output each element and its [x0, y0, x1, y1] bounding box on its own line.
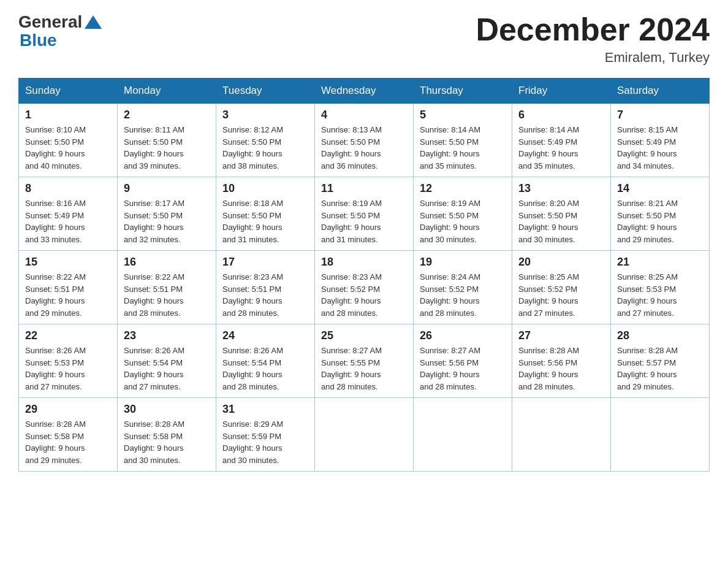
- calendar-cell: 4Sunrise: 8:13 AMSunset: 5:50 PMDaylight…: [315, 104, 414, 177]
- calendar-week-row: 15Sunrise: 8:22 AMSunset: 5:51 PMDayligh…: [19, 251, 710, 324]
- page-title: December 2024: [476, 12, 710, 47]
- calendar-header-thursday: Thursday: [414, 79, 512, 104]
- day-number: 20: [518, 256, 604, 269]
- day-number: 21: [617, 256, 703, 269]
- day-info: Sunrise: 8:27 AMSunset: 5:56 PMDaylight:…: [420, 345, 506, 393]
- day-info: Sunrise: 8:12 AMSunset: 5:50 PMDaylight:…: [222, 124, 308, 172]
- calendar-cell: 6Sunrise: 8:14 AMSunset: 5:49 PMDaylight…: [512, 104, 611, 177]
- calendar-cell: 20Sunrise: 8:25 AMSunset: 5:52 PMDayligh…: [512, 251, 611, 324]
- calendar-cell: [315, 398, 414, 472]
- title-section: December 2024 Emiralem, Turkey: [476, 12, 710, 66]
- day-info: Sunrise: 8:20 AMSunset: 5:50 PMDaylight:…: [518, 197, 604, 245]
- day-info: Sunrise: 8:26 AMSunset: 5:53 PMDaylight:…: [25, 345, 111, 393]
- day-info: Sunrise: 8:14 AMSunset: 5:49 PMDaylight:…: [518, 124, 604, 172]
- day-number: 24: [222, 329, 308, 342]
- day-number: 7: [617, 109, 703, 121]
- calendar-cell: 19Sunrise: 8:24 AMSunset: 5:52 PMDayligh…: [414, 251, 512, 324]
- logo-general-text: General: [18, 12, 82, 32]
- calendar-cell: 26Sunrise: 8:27 AMSunset: 5:56 PMDayligh…: [414, 324, 512, 398]
- calendar-cell: 10Sunrise: 8:18 AMSunset: 5:50 PMDayligh…: [216, 177, 315, 251]
- calendar-week-row: 22Sunrise: 8:26 AMSunset: 5:53 PMDayligh…: [19, 324, 710, 398]
- calendar-cell: 23Sunrise: 8:26 AMSunset: 5:54 PMDayligh…: [118, 324, 216, 398]
- day-info: Sunrise: 8:14 AMSunset: 5:50 PMDaylight:…: [420, 124, 506, 172]
- calendar-week-row: 8Sunrise: 8:16 AMSunset: 5:49 PMDaylight…: [19, 177, 710, 251]
- day-number: 30: [124, 403, 210, 416]
- calendar-header-friday: Friday: [512, 79, 611, 104]
- logo-text: General: [18, 12, 102, 32]
- calendar-cell: 3Sunrise: 8:12 AMSunset: 5:50 PMDaylight…: [216, 104, 315, 177]
- day-info: Sunrise: 8:10 AMSunset: 5:50 PMDaylight:…: [25, 124, 111, 172]
- day-info: Sunrise: 8:18 AMSunset: 5:50 PMDaylight:…: [222, 197, 308, 245]
- day-info: Sunrise: 8:15 AMSunset: 5:49 PMDaylight:…: [617, 124, 703, 172]
- day-number: 5: [420, 109, 506, 121]
- calendar-cell: 7Sunrise: 8:15 AMSunset: 5:49 PMDaylight…: [611, 104, 710, 177]
- day-number: 16: [124, 256, 210, 269]
- calendar-cell: [414, 398, 512, 472]
- day-number: 2: [124, 109, 210, 121]
- calendar-cell: 13Sunrise: 8:20 AMSunset: 5:50 PMDayligh…: [512, 177, 611, 251]
- day-info: Sunrise: 8:24 AMSunset: 5:52 PMDaylight:…: [420, 271, 506, 319]
- day-number: 18: [321, 256, 407, 269]
- day-number: 9: [124, 182, 210, 195]
- day-info: Sunrise: 8:28 AMSunset: 5:57 PMDaylight:…: [617, 345, 703, 393]
- day-number: 14: [617, 182, 703, 195]
- day-info: Sunrise: 8:28 AMSunset: 5:56 PMDaylight:…: [518, 345, 604, 393]
- day-number: 13: [518, 182, 604, 195]
- day-number: 28: [617, 329, 703, 342]
- calendar-cell: 22Sunrise: 8:26 AMSunset: 5:53 PMDayligh…: [19, 324, 118, 398]
- day-info: Sunrise: 8:27 AMSunset: 5:55 PMDaylight:…: [321, 345, 407, 393]
- calendar-week-row: 1Sunrise: 8:10 AMSunset: 5:50 PMDaylight…: [19, 104, 710, 177]
- calendar-header-saturday: Saturday: [611, 79, 710, 104]
- day-number: 1: [25, 109, 111, 121]
- logo-blue-text: Blue: [20, 31, 57, 50]
- day-number: 12: [420, 182, 506, 195]
- calendar-cell: [512, 398, 611, 472]
- calendar-header-sunday: Sunday: [19, 79, 118, 104]
- calendar-cell: 2Sunrise: 8:11 AMSunset: 5:50 PMDaylight…: [118, 104, 216, 177]
- calendar-cell: 29Sunrise: 8:28 AMSunset: 5:58 PMDayligh…: [19, 398, 118, 472]
- day-info: Sunrise: 8:23 AMSunset: 5:51 PMDaylight:…: [222, 271, 308, 319]
- calendar-cell: 21Sunrise: 8:25 AMSunset: 5:53 PMDayligh…: [611, 251, 710, 324]
- day-number: 29: [25, 403, 111, 416]
- day-info: Sunrise: 8:25 AMSunset: 5:52 PMDaylight:…: [518, 271, 604, 319]
- calendar-cell: 18Sunrise: 8:23 AMSunset: 5:52 PMDayligh…: [315, 251, 414, 324]
- day-info: Sunrise: 8:25 AMSunset: 5:53 PMDaylight:…: [617, 271, 703, 319]
- calendar-cell: 11Sunrise: 8:19 AMSunset: 5:50 PMDayligh…: [315, 177, 414, 251]
- calendar-week-row: 29Sunrise: 8:28 AMSunset: 5:58 PMDayligh…: [19, 398, 710, 472]
- day-info: Sunrise: 8:16 AMSunset: 5:49 PMDaylight:…: [25, 197, 111, 245]
- calendar-cell: [611, 398, 710, 472]
- page-subtitle: Emiralem, Turkey: [476, 50, 710, 66]
- day-number: 11: [321, 182, 407, 195]
- page-header: General Blue December 2024 Emiralem, Tur…: [18, 12, 710, 66]
- day-info: Sunrise: 8:22 AMSunset: 5:51 PMDaylight:…: [124, 271, 210, 319]
- day-info: Sunrise: 8:26 AMSunset: 5:54 PMDaylight:…: [222, 345, 308, 393]
- day-number: 31: [222, 403, 308, 416]
- day-info: Sunrise: 8:13 AMSunset: 5:50 PMDaylight:…: [321, 124, 407, 172]
- day-info: Sunrise: 8:26 AMSunset: 5:54 PMDaylight:…: [124, 345, 210, 393]
- calendar-header-monday: Monday: [118, 79, 216, 104]
- calendar-cell: 17Sunrise: 8:23 AMSunset: 5:51 PMDayligh…: [216, 251, 315, 324]
- calendar-cell: 9Sunrise: 8:17 AMSunset: 5:50 PMDaylight…: [118, 177, 216, 251]
- day-info: Sunrise: 8:11 AMSunset: 5:50 PMDaylight:…: [124, 124, 210, 172]
- day-number: 23: [124, 329, 210, 342]
- day-number: 8: [25, 182, 111, 195]
- day-info: Sunrise: 8:19 AMSunset: 5:50 PMDaylight:…: [420, 197, 506, 245]
- calendar-cell: 30Sunrise: 8:28 AMSunset: 5:58 PMDayligh…: [118, 398, 216, 472]
- day-number: 10: [222, 182, 308, 195]
- calendar-cell: 28Sunrise: 8:28 AMSunset: 5:57 PMDayligh…: [611, 324, 710, 398]
- day-info: Sunrise: 8:23 AMSunset: 5:52 PMDaylight:…: [321, 271, 407, 319]
- day-number: 19: [420, 256, 506, 269]
- day-info: Sunrise: 8:22 AMSunset: 5:51 PMDaylight:…: [25, 271, 111, 319]
- calendar-header-row: SundayMondayTuesdayWednesdayThursdayFrid…: [19, 79, 710, 104]
- day-number: 27: [518, 329, 604, 342]
- day-info: Sunrise: 8:19 AMSunset: 5:50 PMDaylight:…: [321, 197, 407, 245]
- day-number: 15: [25, 256, 111, 269]
- day-info: Sunrise: 8:17 AMSunset: 5:50 PMDaylight:…: [124, 197, 210, 245]
- day-info: Sunrise: 8:29 AMSunset: 5:59 PMDaylight:…: [222, 418, 308, 466]
- day-number: 25: [321, 329, 407, 342]
- calendar-cell: 24Sunrise: 8:26 AMSunset: 5:54 PMDayligh…: [216, 324, 315, 398]
- calendar-cell: 25Sunrise: 8:27 AMSunset: 5:55 PMDayligh…: [315, 324, 414, 398]
- calendar-cell: 31Sunrise: 8:29 AMSunset: 5:59 PMDayligh…: [216, 398, 315, 472]
- calendar-cell: 5Sunrise: 8:14 AMSunset: 5:50 PMDaylight…: [414, 104, 512, 177]
- calendar-cell: 27Sunrise: 8:28 AMSunset: 5:56 PMDayligh…: [512, 324, 611, 398]
